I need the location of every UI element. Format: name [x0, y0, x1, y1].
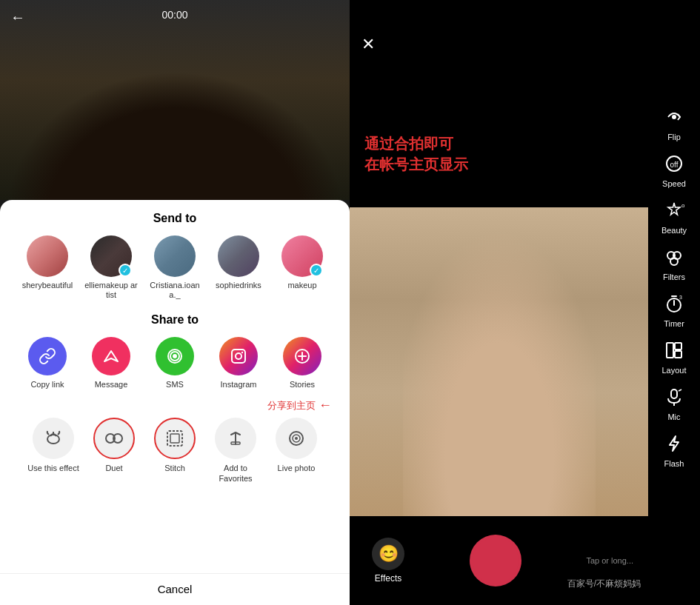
mic-icon	[661, 384, 687, 410]
toolbar-label-beauty: Beauty	[661, 226, 687, 235]
toolbar-item-flip[interactable]: Flip	[648, 101, 700, 144]
check-badge-ellie: ✓	[119, 264, 132, 277]
toolbar-item-layout[interactable]: Layout	[648, 334, 700, 378]
toolbar-label-layout: Layout	[661, 366, 686, 375]
instagram-icon	[219, 337, 258, 375]
svg-point-3	[173, 354, 177, 358]
contact-name-ellie: elliemakeup artist	[84, 281, 138, 300]
person-shape	[403, 207, 596, 516]
svg-point-5	[236, 353, 241, 359]
svg-rect-31	[675, 351, 681, 358]
favorites-icon	[215, 418, 256, 459]
share-item-message[interactable]: Message	[86, 337, 136, 389]
contact-item-shery[interactable]: sherybeautiful	[21, 235, 74, 300]
contact-item-makeup[interactable]: ✓ makeup	[276, 235, 329, 300]
svg-text:3: 3	[679, 295, 682, 300]
effects-label: Effects	[375, 573, 401, 584]
effects-button[interactable]: 😊 Effects	[372, 538, 404, 584]
avatar-wrap-shery	[27, 235, 68, 277]
svg-text:off: off	[670, 161, 679, 169]
svg-rect-4	[232, 350, 245, 363]
back-button[interactable]: ←	[10, 9, 25, 26]
flash-icon	[661, 430, 687, 457]
cancel-button[interactable]: Cancel	[158, 583, 193, 595]
svg-line-34	[679, 390, 681, 391]
avatar-wrap-makeup: ✓	[281, 235, 323, 277]
action-label-live-photo: Live photo	[278, 464, 316, 473]
action-label-use-effect: Use this effect	[27, 464, 79, 473]
hair-silhouette	[0, 52, 350, 200]
avatar-shery	[27, 235, 68, 277]
action-label-favorites: Add to Favorites	[209, 464, 262, 483]
annotation-arrow: 分享到主页 ←	[0, 398, 350, 413]
toolbar-item-timer[interactable]: 3 Timer	[648, 287, 700, 331]
share-item-copylink[interactable]: Copy link	[22, 337, 73, 389]
svg-rect-14	[167, 431, 182, 446]
sms-icon	[156, 337, 194, 375]
svg-point-26	[670, 258, 678, 265]
tap-or-long-text: Tap or long...	[586, 556, 633, 565]
share-label-sms: SMS	[166, 380, 184, 389]
toolbar-item-filters[interactable]: Filters	[648, 241, 700, 284]
action-item-use-effect[interactable]: Use this effect	[27, 418, 80, 483]
stories-icon	[283, 337, 321, 375]
svg-text:off: off	[681, 202, 684, 209]
toolbar-item-beauty[interactable]: off Beauty	[648, 194, 700, 238]
avatar-wrap-ellie: ✓	[90, 235, 132, 277]
action-row: Use this effect Duet Stitch	[0, 418, 350, 483]
contact-item-cristiana[interactable]: Cristiana.ioana._	[148, 235, 201, 300]
side-toolbar: Flip off Speed off Beauty Fi	[648, 89, 700, 516]
close-button[interactable]: ✕	[361, 35, 375, 54]
check-badge-makeup: ✓	[310, 264, 323, 277]
flip-icon	[661, 104, 687, 130]
toolbar-label-timer: Timer	[664, 319, 684, 328]
arrow-icon: ←	[319, 398, 332, 413]
svg-rect-30	[675, 343, 681, 350]
send-to-title: Send to	[0, 212, 350, 225]
contact-name-sophie: sophiedrinks	[216, 281, 261, 290]
message-icon	[92, 337, 130, 375]
bottom-controls: 😊 Effects Tap or long...	[350, 516, 648, 605]
action-item-favorites[interactable]: Add to Favorites	[209, 418, 262, 483]
send-to-row: sherybeautiful ✓ elliemakeup artist Cris…	[0, 235, 350, 300]
right-panel: ✕ Flip off Speed off	[350, 0, 700, 605]
avatar-wrap-sophie	[218, 235, 259, 277]
share-label-stories: Stories	[290, 380, 315, 389]
video-bottom-person	[350, 207, 648, 516]
copy-link-icon	[28, 337, 67, 375]
share-item-instagram[interactable]: Instagram	[213, 337, 264, 389]
svg-rect-29	[667, 343, 673, 358]
action-label-duet: Duet	[105, 464, 122, 473]
live-photo-icon	[276, 418, 317, 459]
action-item-stitch[interactable]: Stitch	[148, 418, 201, 483]
share-to-row: Copy link Message SMS Inst	[0, 337, 350, 389]
left-video-bg: ← 00:00	[0, 0, 350, 200]
right-top-bar: ✕	[350, 0, 700, 89]
share-item-stories[interactable]: Stories	[277, 337, 327, 389]
toolbar-label-flip: Flip	[667, 133, 681, 141]
svg-rect-32	[671, 390, 677, 398]
contact-item-ellie[interactable]: ✓ elliemakeup artist	[84, 235, 138, 300]
toolbar-item-mic[interactable]: Mic	[648, 381, 700, 424]
left-panel: ← 00:00 Send to sherybeautiful ✓ elliema…	[0, 0, 350, 605]
annotation-arrow-text: 分享到主页	[267, 399, 316, 412]
share-label-message: Message	[95, 380, 128, 389]
action-item-duet[interactable]: Duet	[87, 418, 141, 483]
share-to-title: Share to	[0, 313, 350, 327]
share-label-instagram: Instagram	[221, 380, 257, 389]
toolbar-label-speed: Speed	[662, 179, 686, 188]
speed-icon: off	[661, 150, 687, 177]
svg-point-10	[47, 435, 59, 444]
cancel-btn-wrap: Cancel	[0, 573, 350, 605]
record-button[interactable]	[470, 535, 521, 586]
use-effect-icon	[33, 418, 74, 459]
timer-icon: 3	[661, 290, 687, 317]
contact-item-sophie[interactable]: sophiedrinks	[212, 235, 265, 300]
action-label-stitch: Stitch	[164, 464, 185, 473]
share-item-sms[interactable]: SMS	[150, 337, 200, 389]
stitch-icon	[154, 418, 196, 459]
toolbar-item-speed[interactable]: off Speed	[648, 147, 700, 191]
contact-name-makeup: makeup	[287, 281, 316, 290]
action-item-live-photo[interactable]: Live photo	[270, 418, 323, 483]
toolbar-item-flash[interactable]: Flash	[648, 427, 700, 471]
